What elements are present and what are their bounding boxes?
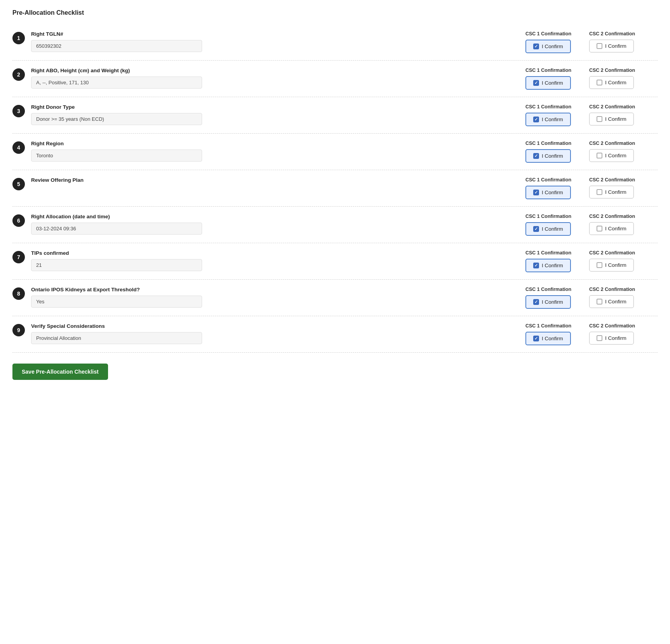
confirmations: CSC 1 ConfirmationI ConfirmCSC 2 Confirm… xyxy=(525,104,658,126)
csc1-header: CSC 1 Confirmation xyxy=(525,177,571,183)
item-main: Ontario IPOS Kidneys at Export Threshold… xyxy=(31,287,525,308)
item-row: Right Donor TypeDonor >= 35 years (Non E… xyxy=(31,104,658,126)
csc1-confirm-label: I Confirm xyxy=(542,263,563,268)
unchecked-checkbox-icon xyxy=(597,189,602,195)
csc1-column: CSC 1 ConfirmationI Confirm xyxy=(525,214,580,236)
checked-checkbox-icon xyxy=(533,299,539,305)
csc2-column: CSC 2 ConfirmationI Confirm xyxy=(589,177,644,198)
item-label: Right Allocation (date and time) xyxy=(31,214,513,219)
csc1-confirm-button[interactable]: I Confirm xyxy=(525,222,571,236)
csc2-header: CSC 2 Confirmation xyxy=(589,31,635,37)
item-value: Toronto xyxy=(31,150,202,162)
checked-checkbox-icon xyxy=(533,336,539,341)
checklist-item: 1Right TGLN#650392302CSC 1 ConfirmationI… xyxy=(12,24,658,61)
item-number-badge: 1 xyxy=(12,32,25,44)
unchecked-checkbox-icon xyxy=(597,299,602,305)
item-value: 03-12-2024 09:36 xyxy=(31,223,202,235)
checklist-item: 4Right RegionTorontoCSC 1 ConfirmationI … xyxy=(12,134,658,170)
csc1-column: CSC 1 ConfirmationI Confirm xyxy=(525,141,580,163)
item-value: 21 xyxy=(31,259,202,271)
item-label: TIPs confirmed xyxy=(31,250,513,256)
checklist-item: 6Right Allocation (date and time)03-12-2… xyxy=(12,207,658,243)
csc2-confirm-button[interactable]: I Confirm xyxy=(589,222,634,235)
csc2-confirm-label: I Confirm xyxy=(605,153,626,158)
item-row: Right ABO, Height (cm) and Weight (kg)A,… xyxy=(31,68,658,90)
csc2-confirm-button[interactable]: I Confirm xyxy=(589,295,634,308)
csc2-confirm-button[interactable]: I Confirm xyxy=(589,113,634,125)
unchecked-checkbox-icon xyxy=(597,43,602,49)
csc2-confirm-label: I Confirm xyxy=(605,299,626,305)
csc2-column: CSC 2 ConfirmationI Confirm xyxy=(589,287,644,308)
item-label: Right Region xyxy=(31,141,513,146)
csc1-header: CSC 1 Confirmation xyxy=(525,323,571,329)
item-value: Yes xyxy=(31,296,202,308)
unchecked-checkbox-icon xyxy=(597,80,602,85)
csc1-confirm-label: I Confirm xyxy=(542,117,563,122)
csc2-confirm-button[interactable]: I Confirm xyxy=(589,259,634,272)
unchecked-checkbox-icon xyxy=(597,335,602,341)
csc1-confirm-label: I Confirm xyxy=(542,153,563,159)
csc1-confirm-label: I Confirm xyxy=(542,44,563,49)
csc2-column: CSC 2 ConfirmationI Confirm xyxy=(589,250,644,272)
item-value: A, --, Positive, 171, 130 xyxy=(31,77,202,89)
item-main: TIPs confirmed21 xyxy=(31,250,525,271)
item-row: Review Offering PlanCSC 1 ConfirmationI … xyxy=(31,177,658,199)
csc2-confirm-label: I Confirm xyxy=(605,43,626,49)
checked-checkbox-icon xyxy=(533,117,539,122)
csc2-confirm-button[interactable]: I Confirm xyxy=(589,186,634,198)
csc2-confirm-button[interactable]: I Confirm xyxy=(589,149,634,162)
csc2-confirm-button[interactable]: I Confirm xyxy=(589,40,634,52)
csc1-confirm-button[interactable]: I Confirm xyxy=(525,332,571,345)
checklist-item: 5Review Offering PlanCSC 1 ConfirmationI… xyxy=(12,170,658,207)
csc1-header: CSC 1 Confirmation xyxy=(525,214,571,219)
item-label: Review Offering Plan xyxy=(31,177,513,183)
csc2-confirm-label: I Confirm xyxy=(605,262,626,268)
csc1-confirm-button[interactable]: I Confirm xyxy=(525,113,571,126)
item-label: Ontario IPOS Kidneys at Export Threshold… xyxy=(31,287,513,292)
csc2-confirm-button[interactable]: I Confirm xyxy=(589,76,634,89)
csc1-column: CSC 1 ConfirmationI Confirm xyxy=(525,68,580,90)
item-main: Right RegionToronto xyxy=(31,141,525,162)
item-row: Right RegionTorontoCSC 1 ConfirmationI C… xyxy=(31,141,658,163)
csc1-confirm-label: I Confirm xyxy=(542,336,563,341)
save-button[interactable]: Save Pre-Allocation Checklist xyxy=(12,364,108,380)
csc2-header: CSC 2 Confirmation xyxy=(589,214,635,219)
confirmations: CSC 1 ConfirmationI ConfirmCSC 2 Confirm… xyxy=(525,177,658,199)
csc1-confirm-button[interactable]: I Confirm xyxy=(525,259,571,272)
csc1-confirm-button[interactable]: I Confirm xyxy=(525,186,571,199)
checked-checkbox-icon xyxy=(533,80,539,86)
item-number-badge: 3 xyxy=(12,105,25,117)
checked-checkbox-icon xyxy=(533,226,539,232)
csc1-confirm-label: I Confirm xyxy=(542,190,563,195)
csc1-header: CSC 1 Confirmation xyxy=(525,287,571,292)
item-number-badge: 4 xyxy=(12,141,25,154)
csc2-confirm-button[interactable]: I Confirm xyxy=(589,332,634,345)
csc2-header: CSC 2 Confirmation xyxy=(589,141,635,146)
csc2-header: CSC 2 Confirmation xyxy=(589,287,635,292)
csc2-confirm-label: I Confirm xyxy=(605,116,626,122)
item-number-badge: 5 xyxy=(12,178,25,190)
csc1-confirm-label: I Confirm xyxy=(542,80,563,86)
csc2-column: CSC 2 ConfirmationI Confirm xyxy=(589,104,644,125)
item-main: Right Allocation (date and time)03-12-20… xyxy=(31,214,525,235)
item-row: Right Allocation (date and time)03-12-20… xyxy=(31,214,658,236)
confirmations: CSC 1 ConfirmationI ConfirmCSC 2 Confirm… xyxy=(525,141,658,163)
csc1-confirm-button[interactable]: I Confirm xyxy=(525,149,571,163)
checklist-container: 1Right TGLN#650392302CSC 1 ConfirmationI… xyxy=(12,24,658,353)
csc1-column: CSC 1 ConfirmationI Confirm xyxy=(525,287,580,309)
csc1-confirm-button[interactable]: I Confirm xyxy=(525,295,571,309)
item-number-badge: 9 xyxy=(12,324,25,336)
checklist-item: 2Right ABO, Height (cm) and Weight (kg)A… xyxy=(12,61,658,97)
csc1-header: CSC 1 Confirmation xyxy=(525,141,571,146)
item-number-badge: 8 xyxy=(12,287,25,300)
csc2-column: CSC 2 ConfirmationI Confirm xyxy=(589,214,644,235)
csc1-confirm-button[interactable]: I Confirm xyxy=(525,76,571,90)
csc1-column: CSC 1 ConfirmationI Confirm xyxy=(525,31,580,53)
csc2-column: CSC 2 ConfirmationI Confirm xyxy=(589,323,644,345)
csc1-confirm-button[interactable]: I Confirm xyxy=(525,40,571,53)
csc2-header: CSC 2 Confirmation xyxy=(589,250,635,256)
item-number-badge: 7 xyxy=(12,251,25,263)
csc1-header: CSC 1 Confirmation xyxy=(525,68,571,73)
item-row: Verify Special ConsiderationsProvincial … xyxy=(31,323,658,345)
item-label: Right TGLN# xyxy=(31,31,513,37)
